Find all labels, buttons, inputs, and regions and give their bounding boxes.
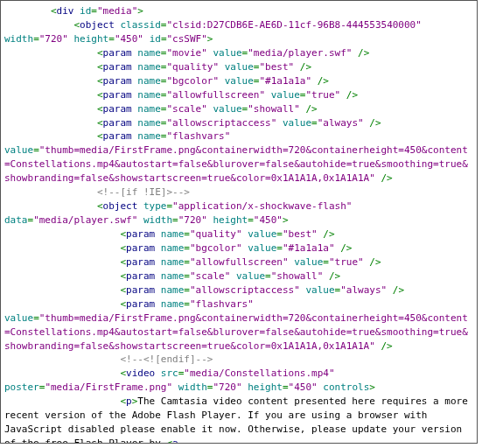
code-block: <div id="media"> <object classid="clsid:… <box>1 1 477 444</box>
code-frame: <div id="media"> <object classid="clsid:… <box>0 0 478 444</box>
